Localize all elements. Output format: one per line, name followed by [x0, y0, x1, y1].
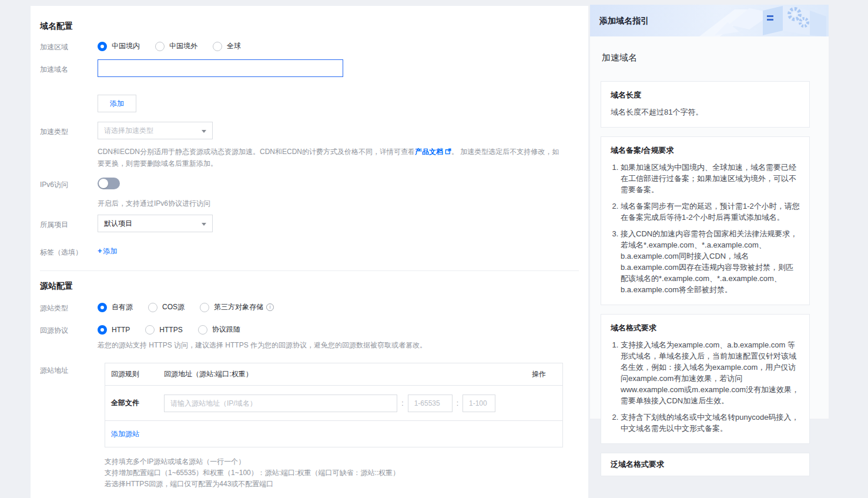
- radio-dot: [213, 42, 222, 51]
- radio-protocol-https[interactable]: HTTPS: [145, 325, 182, 335]
- origin-address-input[interactable]: [164, 395, 397, 412]
- project-select[interactable]: 默认项目: [98, 215, 213, 232]
- card-wildcard-format: 泛域名格式要求: [601, 453, 810, 476]
- type-label: 加速类型: [40, 127, 68, 137]
- card-title: 泛域名格式要求: [611, 459, 800, 470]
- card-body: 域名长度不超过81个字符。: [611, 106, 800, 118]
- protocol-help: 若您的源站支持 HTTPS 访问，建议选择 HTTPS 作为您的回源协议，避免您…: [98, 339, 427, 351]
- type-help-before: CDN和ECDN分别适用于静态资源或动态资源加速。CDN和ECDN的计费方式及价…: [98, 148, 415, 156]
- list-item: 如果加速区域为中国境内、全球加速，域名需要已经在工信部进行过备案；如果加速区域为…: [621, 162, 800, 195]
- toggle-knob: [99, 179, 108, 188]
- origin-table-footer: 添加源站: [105, 421, 562, 447]
- origin-weight-input[interactable]: [463, 395, 495, 412]
- origin-table-header: 回源规则 回源地址（源站:端口:权重） 操作: [105, 363, 562, 386]
- protocol-radio-group: HTTP HTTPS 协议跟随: [98, 325, 256, 335]
- origin-port-input[interactable]: [408, 395, 453, 412]
- guide-header: 添加域名指引: [590, 5, 829, 36]
- separator-colon: :: [457, 399, 458, 407]
- header-rule: 回源规则: [105, 369, 164, 379]
- radio-origin-third-party[interactable]: 第三方对象存储: [200, 302, 274, 312]
- origin-address-label: 源站地址: [40, 366, 68, 376]
- list-item: 支持含下划线的域名或中文域名转punycode码接入，中文域名需先以中文形式备案…: [621, 412, 800, 434]
- ipv6-toggle[interactable]: [98, 178, 120, 189]
- project-label: 所属项目: [40, 220, 68, 230]
- list-item: 支持接入域名为example.com、a.b.example.com 等形式域名…: [621, 339, 800, 406]
- acceleration-type-select[interactable]: 请选择加速类型: [98, 122, 213, 139]
- section-title-origin-config: 源站配置: [40, 281, 73, 292]
- origin-type-label: 源站类型: [40, 303, 68, 313]
- note-line: 支持填充多个IP源站或域名源站（一行一个）: [105, 456, 400, 467]
- chevron-down-icon: [202, 130, 206, 133]
- note-line: 支持增加配置端口（1~65535）和权重（1~100）：源站:端口:权重（端口可…: [105, 467, 400, 479]
- radio-dot: [148, 303, 157, 312]
- domain-config-panel: 域名配置 加速区域 中国境内 中国境外 全球 加速域名 添加: [31, 6, 588, 498]
- region-radio-group: 中国境内 中国境外 全球: [98, 41, 256, 51]
- header-address: 回源地址（源站:端口:权重）: [164, 369, 499, 379]
- guide-sidebar: 添加域名指引 加速域名 域名长度 域名长度不超过81个字符。 域名备案/合规要求…: [590, 5, 829, 419]
- card-title: 域名格式要求: [611, 323, 800, 333]
- card-title: 域名长度: [611, 90, 800, 101]
- protocol-label: 回源协议: [40, 326, 68, 336]
- guide-section-title: 加速域名: [602, 52, 637, 63]
- origin-table-row: 全部文件 : :: [105, 386, 562, 421]
- ipv6-help: 开启后，支持通过IPv6协议进行访问: [98, 198, 210, 209]
- card-list: 如果加速区域为中国境内、全球加速，域名需要已经在工信部进行过备案；如果加速区域为…: [611, 162, 800, 295]
- product-doc-link[interactable]: 产品文档: [415, 148, 451, 156]
- radio-region-global[interactable]: 全球: [213, 41, 241, 51]
- card-list: 支持接入域名为example.com、a.b.example.com 等形式域名…: [611, 339, 800, 434]
- plus-icon: +: [98, 246, 102, 255]
- note-line: 若选择HTTPS回源，端口仅可配置为443或不配置端口: [105, 479, 400, 490]
- radio-protocol-http[interactable]: HTTP: [98, 325, 130, 335]
- radio-dot: [98, 42, 107, 51]
- origin-type-radio-group: 自有源 COS源 第三方对象存储: [98, 302, 274, 312]
- info-icon[interactable]: [266, 303, 274, 311]
- radio-origin-cos[interactable]: COS源: [148, 302, 185, 312]
- radio-dot: [198, 325, 207, 335]
- radio-dot: [200, 303, 209, 312]
- list-item: 域名备案同步有一定的延迟，预计需1-2个小时，请您在备案完成后等待1-2个小时后…: [621, 200, 800, 223]
- ipv6-label: IPv6访问: [40, 180, 68, 190]
- card-title: 域名备案/合规要求: [611, 145, 800, 156]
- radio-dot: [98, 303, 107, 312]
- radio-region-overseas[interactable]: 中国境外: [155, 41, 197, 51]
- card-domain-format: 域名格式要求 支持接入域名为example.com、a.b.example.co…: [601, 314, 810, 444]
- add-tag-link[interactable]: +添加: [98, 247, 118, 255]
- chevron-down-icon: [202, 223, 206, 226]
- radio-dot: [155, 42, 165, 51]
- radio-region-mainland[interactable]: 中国境内: [98, 41, 140, 51]
- guide-cards: 域名长度 域名长度不超过81个字符。 域名备案/合规要求 如果加速区域为中国境内…: [601, 81, 810, 476]
- add-origin-link[interactable]: 添加源站: [111, 430, 139, 438]
- card-domain-filing: 域名备案/合规要求 如果加速区域为中国境内、全球加速，域名需要已经在工信部进行过…: [601, 136, 810, 305]
- region-label: 加速区域: [40, 42, 68, 52]
- rule-name: 全部文件: [105, 398, 164, 408]
- header-action: 操作: [499, 369, 562, 379]
- guide-title: 添加域名指引: [599, 16, 649, 26]
- radio-dot: [145, 325, 155, 335]
- section-title-domain-config: 域名配置: [40, 21, 73, 32]
- section-divider: [40, 270, 579, 271]
- radio-dot: [98, 325, 107, 335]
- radio-protocol-follow[interactable]: 协议跟随: [198, 325, 240, 335]
- external-link-icon: [445, 148, 451, 155]
- domain-input[interactable]: [98, 59, 343, 77]
- guide-illustration: [693, 5, 829, 36]
- origin-address-table: 回源规则 回源地址（源站:端口:权重） 操作 全部文件 : : 添加源站: [105, 363, 563, 447]
- radio-origin-self[interactable]: 自有源: [98, 302, 133, 312]
- origin-address-notes: 支持填充多个IP源站或域名源站（一行一个） 支持增加配置端口（1~65535）和…: [105, 456, 400, 490]
- add-domain-button[interactable]: 添加: [98, 95, 136, 112]
- card-domain-length: 域名长度 域名长度不超过81个字符。: [601, 81, 810, 128]
- domain-label: 加速域名: [40, 65, 68, 75]
- tags-label: 标签（选填）: [40, 248, 82, 258]
- separator-colon: :: [401, 399, 403, 407]
- list-item: 接入CDN的加速内容需符合国家相关法律法规要求，若域名*.example.com…: [621, 228, 800, 295]
